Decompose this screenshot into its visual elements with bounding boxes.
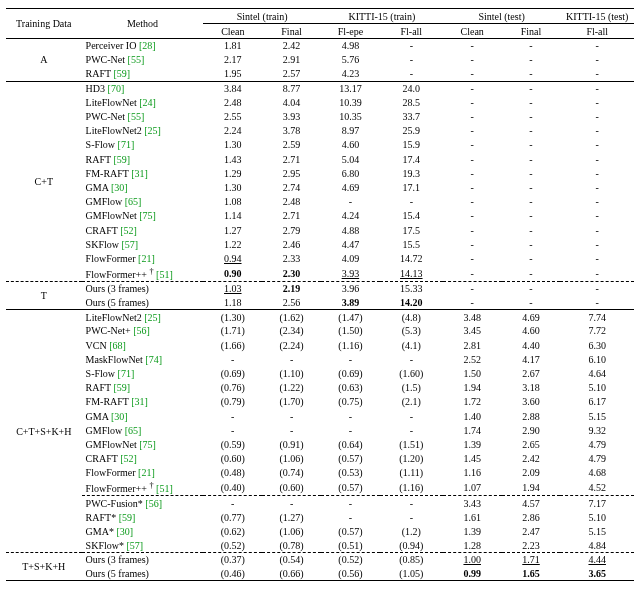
results-table: Training DataMethodSintel (train)KITTI-1… [6,8,634,581]
